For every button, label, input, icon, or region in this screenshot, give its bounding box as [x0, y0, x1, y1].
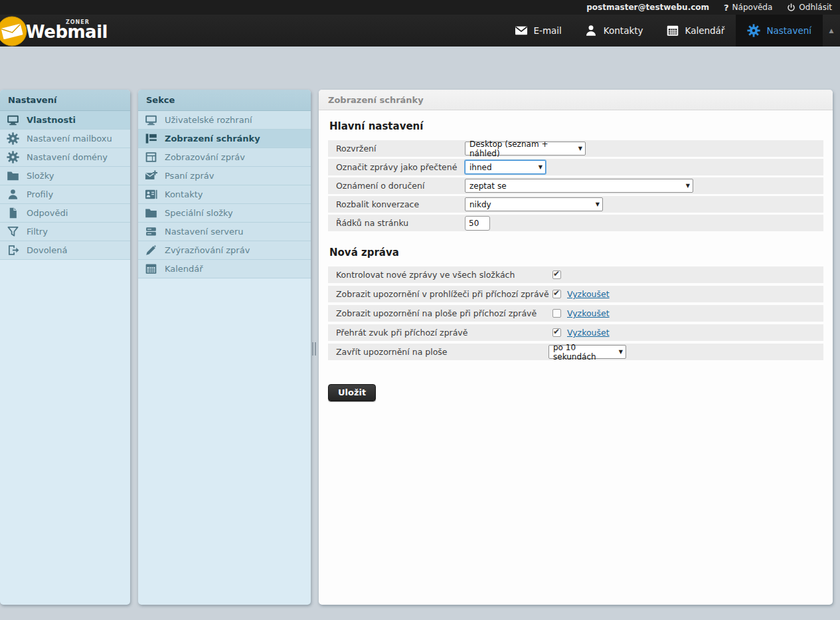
select-value: zeptat se	[469, 181, 507, 191]
select-value: po 10 sekundách	[553, 343, 615, 362]
nav-item-nastaveni[interactable]: Nastavení	[736, 15, 823, 47]
chevron-down-icon: ▼	[539, 164, 543, 170]
chevron-down-icon: ▼	[619, 349, 623, 355]
sidebar-item-label: Profily	[27, 189, 53, 199]
sidebar-item-label: Nastavení mailboxu	[27, 134, 112, 144]
top-bar: postmaster@testwebu.com ? Nápověda Odhlá…	[0, 0, 840, 15]
nav-item-kalendar[interactable]: Kalendář	[655, 15, 736, 47]
sidebar-item-dovolena[interactable]: Dovolená	[0, 241, 130, 260]
form-row-radku-na-stranku: Řádků na stránku	[328, 215, 823, 231]
section-item-label: Zobrazení schránky	[165, 134, 260, 144]
calendar-icon	[666, 24, 679, 37]
panel-resize-handle[interactable]	[312, 342, 317, 356]
close-notification-select[interactable]: po 10 sekundách ▼	[548, 345, 626, 359]
nav-collapse-button[interactable]: ▲	[823, 15, 840, 47]
sidebar-item-label: Dovolená	[27, 245, 67, 255]
sidebar-item-profily[interactable]: Profily	[0, 185, 130, 204]
rows-per-page-input[interactable]	[465, 216, 490, 231]
mark-read-select[interactable]: ihned ▼	[465, 160, 546, 174]
new-message-section-heading: Nová zpráva	[329, 247, 823, 258]
try-sound-link[interactable]: Vyzkoušet	[567, 328, 610, 338]
form-row-oznameni-o-doruceni: Oznámení o doručení zeptat se ▼	[328, 177, 823, 194]
form-row-rozvrzeni: Rozvržení Desktop (seznam + náhled) ▼	[328, 140, 823, 157]
try-browser-notification-link[interactable]: Vyzkoušet	[567, 289, 610, 299]
field-label: Zavřít upozornění na ploše	[336, 347, 448, 357]
sidebar-item-label: Filtry	[27, 227, 48, 237]
sections-sidebar-title: Sekce	[138, 90, 311, 111]
webmail-logo-icon	[0, 16, 27, 47]
contact-card-icon	[145, 188, 157, 201]
save-button[interactable]: Uložit	[328, 384, 376, 401]
gear-icon	[7, 132, 19, 145]
field-label: Přehrát zvuk při příchozí zprávě	[336, 328, 467, 338]
logout-button[interactable]: Odhlásit	[787, 3, 832, 12]
select-value: nikdy	[469, 200, 491, 209]
sidebar-item-filtry[interactable]: Filtry	[0, 223, 130, 241]
section-item-zvyraznovani-zprav[interactable]: Zvýrazňování zpráv	[138, 241, 311, 260]
form-row-zavrit-upozorneni: Zavřít upozornění na ploše po 10 sekundá…	[328, 344, 823, 360]
calendar-icon	[145, 262, 157, 275]
field-label: Rozvržení	[336, 144, 377, 154]
pencil-icon	[145, 244, 157, 257]
section-item-psani-zprav[interactable]: Psaní zpráv	[138, 167, 311, 185]
check-all-folders-checkbox[interactable]	[552, 270, 561, 279]
sidebar-item-label: Složky	[27, 171, 54, 181]
try-desktop-notification-link[interactable]: Vyzkoušet	[567, 308, 610, 318]
nav-label-kalendar: Kalendář	[685, 25, 725, 36]
nav-label-kontakty: Kontakty	[604, 25, 643, 36]
field-label: Označit zprávy jako přečtené	[336, 162, 457, 172]
section-item-zobrazeni-schranky[interactable]: Zobrazení schránky	[138, 130, 311, 148]
power-icon	[787, 3, 796, 12]
nav-item-email[interactable]: E-mail	[503, 15, 573, 47]
chevron-down-icon: ▼	[686, 183, 690, 189]
monitor-icon	[7, 114, 19, 126]
logout-label: Odhlásit	[799, 3, 832, 12]
sidebar-item-label: Vlastnosti	[27, 115, 76, 125]
settings-sidebar: Nastavení Vlastnosti Nastavení mailboxu …	[0, 90, 130, 605]
section-item-kalendar[interactable]: Kalendář	[138, 260, 311, 278]
field-label: Zobrazit upozornění na ploše při příchoz…	[336, 308, 537, 318]
section-item-specialni-slozky[interactable]: Speciální složky	[138, 204, 311, 223]
section-item-label: Kalendář	[165, 264, 203, 274]
sidebar-item-vlastnosti[interactable]: Vlastnosti	[0, 111, 130, 130]
section-item-label: Kontakty	[165, 189, 203, 199]
folder-icon	[145, 207, 157, 219]
section-item-label: Nastavení serveru	[165, 227, 244, 237]
section-item-zobrazovani-zprav[interactable]: Zobrazování zpráv	[138, 148, 311, 167]
sidebar-item-label: Nastavení domény	[27, 152, 108, 162]
delivery-notification-select[interactable]: zeptat se ▼	[465, 179, 693, 193]
select-value: ihned	[469, 163, 492, 172]
field-label: Oznámení o doručení	[336, 181, 424, 191]
field-label: Rozbalit konverzace	[336, 199, 419, 209]
help-button[interactable]: ? Nápověda	[724, 3, 772, 13]
sidebar-item-nastaveni-mailboxu[interactable]: Nastavení mailboxu	[0, 130, 130, 148]
email-icon	[515, 24, 528, 37]
chevron-up-icon: ▲	[829, 27, 834, 34]
main-nav-bar: ZONER Webmail E-mail Kontakty Kalendář N…	[0, 15, 840, 47]
section-item-nastaveni-serveru[interactable]: Nastavení serveru	[138, 223, 311, 241]
form-row-kontrolovat-zpravy: Kontrolovat nové zprávy ve všech složkác…	[328, 266, 823, 283]
gear-icon	[7, 151, 19, 163]
settings-form: Hlavní nastavení Rozvržení Desktop (sezn…	[319, 110, 833, 401]
expand-conversations-select[interactable]: nikdy ▼	[465, 197, 603, 211]
chevron-down-icon: ▼	[596, 201, 600, 207]
nav-item-kontakty[interactable]: Kontakty	[573, 15, 655, 47]
form-row-rozbalit-konverzace: Rozbalit konverzace nikdy ▼	[328, 196, 823, 213]
section-item-label: Zobrazování zpráv	[165, 152, 245, 162]
chevron-down-icon: ▼	[578, 146, 582, 152]
sidebar-item-slozky[interactable]: Složky	[0, 167, 130, 185]
message-view-icon	[145, 151, 157, 163]
section-item-uzivatelske-rozhrani[interactable]: Uživatelské rozhraní	[138, 111, 311, 130]
sidebar-item-odpovedi[interactable]: Odpovědi	[0, 204, 130, 223]
contacts-icon	[584, 24, 598, 37]
section-item-kontakty[interactable]: Kontakty	[138, 185, 311, 204]
compose-icon	[145, 169, 157, 182]
section-item-label: Speciální složky	[165, 208, 233, 218]
desktop-notification-checkbox[interactable]	[552, 309, 561, 318]
browser-notification-checkbox[interactable]	[552, 290, 561, 298]
play-sound-checkbox[interactable]	[552, 328, 561, 337]
sidebar-item-nastaveni-domeny[interactable]: Nastavení domény	[0, 148, 130, 167]
section-item-label: Uživatelské rozhraní	[165, 115, 252, 125]
form-row-prehrat-zvuk: Přehrát zvuk při příchozí zprávě Vyzkouš…	[328, 324, 823, 341]
layout-select[interactable]: Desktop (seznam + náhled) ▼	[465, 142, 586, 155]
